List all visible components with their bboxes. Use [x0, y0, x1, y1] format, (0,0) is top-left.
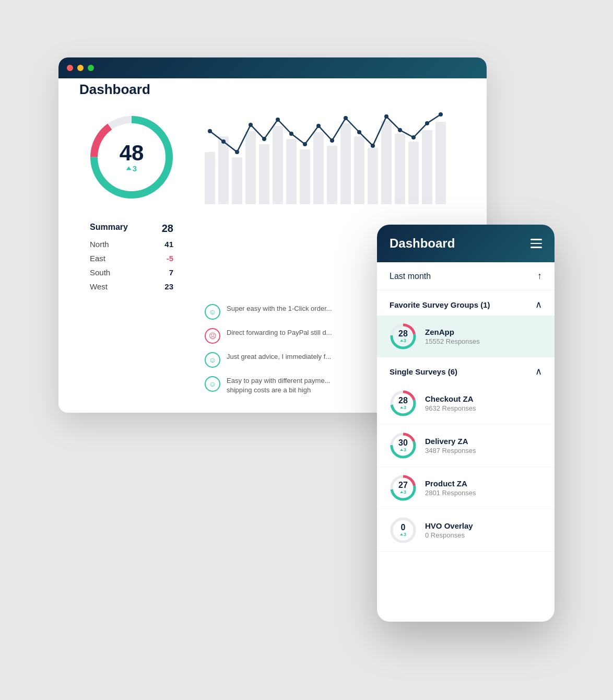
svg-rect-15 — [368, 148, 378, 204]
favorite-groups-header[interactable]: Favorite Survey Groups (1) ∧ — [377, 290, 555, 316]
summary-table: Summary 28 North 41 East -5 South — [90, 220, 173, 294]
svg-point-31 — [344, 116, 348, 120]
svg-rect-6 — [245, 131, 256, 204]
review-text: Easy to pay with different payme...shipp… — [227, 376, 330, 395]
svg-rect-20 — [435, 122, 446, 204]
summary-label: Summary — [90, 223, 128, 235]
favorite-groups-title: Favorite Survey Groups (1) — [390, 300, 490, 309]
single-surveys-title: Single Surveys (6) — [390, 367, 457, 376]
zenapp-responses: 15552 Responses — [425, 337, 542, 345]
mobile-dashboard-card: Dashboard Last month ↑ Favorite Survey G… — [377, 225, 555, 622]
product-responses: 2801 Responses — [425, 489, 542, 497]
mobile-body: Favorite Survey Groups (1) ∧ 28 3 — [377, 290, 555, 622]
close-button[interactable] — [67, 65, 73, 71]
hvo-info: HVO Overlay 0 Responses — [425, 521, 542, 539]
svg-rect-7 — [259, 144, 269, 204]
svg-rect-13 — [340, 123, 351, 204]
svg-rect-8 — [273, 126, 283, 204]
svg-point-32 — [357, 130, 361, 134]
svg-rect-19 — [422, 130, 432, 204]
svg-rect-17 — [395, 134, 405, 204]
mobile-header: Dashboard — [377, 225, 555, 262]
product-score-circle: 27 3 — [390, 474, 417, 501]
svg-point-23 — [235, 150, 239, 154]
product-za-item[interactable]: 27 3 Product ZA 2801 Responses — [377, 467, 555, 509]
delivery-responses: 3487 Responses — [425, 447, 542, 454]
main-card-title: Dashboard — [79, 81, 466, 98]
bar-line-chart — [205, 110, 466, 204]
svg-point-34 — [384, 114, 388, 119]
svg-point-24 — [249, 123, 253, 127]
happy-icon: ☺ — [205, 304, 220, 320]
happy-icon: ☺ — [205, 376, 220, 392]
mobile-title: Dashboard — [390, 236, 455, 251]
period-selector[interactable]: Last month ↑ — [377, 262, 555, 290]
zenapp-item[interactable]: 28 3 ZenApp 15552 Responses — [377, 316, 555, 357]
delivery-score-circle: 30 3 — [390, 432, 417, 459]
svg-point-30 — [330, 138, 334, 143]
hvo-score-circle: 0 3 — [390, 517, 417, 544]
svg-rect-14 — [354, 136, 364, 204]
checkout-score-circle: 28 3 — [390, 390, 417, 417]
zenapp-score-circle: 28 3 — [390, 323, 417, 350]
svg-point-33 — [371, 144, 375, 148]
svg-point-35 — [398, 128, 402, 132]
window-chrome — [58, 57, 487, 78]
svg-rect-3 — [205, 152, 215, 204]
svg-point-22 — [221, 139, 226, 144]
svg-rect-18 — [408, 142, 419, 204]
period-arrow-icon: ↑ — [537, 271, 542, 282]
period-label: Last month — [390, 272, 431, 281]
zenapp-name: ZenApp — [425, 328, 542, 336]
svg-point-28 — [303, 142, 307, 146]
review-text: Direct forwarding to PayPal still d... — [227, 328, 332, 337]
summary-row-south: South 7 — [90, 265, 173, 279]
svg-point-27 — [289, 132, 293, 136]
svg-point-25 — [262, 137, 266, 141]
delivery-za-item[interactable]: 30 3 Delivery ZA 3487 Responses — [377, 425, 555, 467]
delivery-name: Delivery ZA — [425, 437, 542, 446]
zenapp-info: ZenApp 15552 Responses — [425, 328, 542, 345]
single-surveys-header[interactable]: Single Surveys (6) ∧ — [377, 357, 555, 382]
summary-value: 28 — [162, 223, 173, 235]
svg-rect-5 — [232, 157, 242, 204]
summary-row-west: West 23 — [90, 279, 173, 294]
chart-section — [205, 110, 466, 204]
hvo-overlay-item[interactable]: 0 3 HVO Overlay 0 Responses — [377, 509, 555, 552]
checkout-info: Checkout ZA 9632 Responses — [425, 394, 542, 412]
happy-icon: ☺ — [205, 352, 220, 368]
svg-rect-12 — [327, 146, 337, 204]
hvo-name: HVO Overlay — [425, 521, 542, 530]
review-text: Just great advice, I immediately f... — [227, 352, 331, 361]
donut-chart: 48 3 — [85, 110, 179, 204]
svg-point-26 — [276, 118, 280, 122]
svg-rect-9 — [286, 139, 297, 204]
svg-rect-10 — [300, 149, 310, 204]
product-name: Product ZA — [425, 479, 542, 488]
hamburger-menu[interactable] — [531, 239, 542, 248]
sad-icon: ☹ — [205, 328, 220, 344]
checkout-responses: 9632 Responses — [425, 404, 542, 412]
delivery-info: Delivery ZA 3487 Responses — [425, 437, 542, 454]
svg-rect-11 — [313, 132, 324, 204]
minimize-button[interactable] — [77, 65, 84, 71]
svg-rect-16 — [381, 121, 392, 204]
checkout-za-item[interactable]: 28 3 Checkout ZA 9632 Responses — [377, 382, 555, 425]
svg-point-21 — [208, 129, 212, 133]
svg-point-38 — [439, 112, 443, 116]
chevron-up-icon: ∧ — [535, 366, 542, 377]
summary-row-east: East -5 — [90, 251, 173, 265]
svg-rect-4 — [218, 136, 229, 204]
hvo-responses: 0 Responses — [425, 531, 542, 539]
donut-value: 48 — [120, 142, 144, 164]
chevron-up-icon: ∧ — [535, 299, 542, 310]
product-info: Product ZA 2801 Responses — [425, 479, 542, 497]
maximize-button[interactable] — [88, 65, 94, 71]
svg-point-36 — [411, 135, 416, 139]
checkout-name: Checkout ZA — [425, 394, 542, 403]
svg-point-29 — [316, 124, 321, 128]
svg-point-37 — [425, 121, 429, 125]
review-text: Super easy with the 1-Click order... — [227, 304, 332, 313]
donut-delta: 3 — [120, 164, 144, 173]
summary-row-north: North 41 — [90, 237, 173, 251]
